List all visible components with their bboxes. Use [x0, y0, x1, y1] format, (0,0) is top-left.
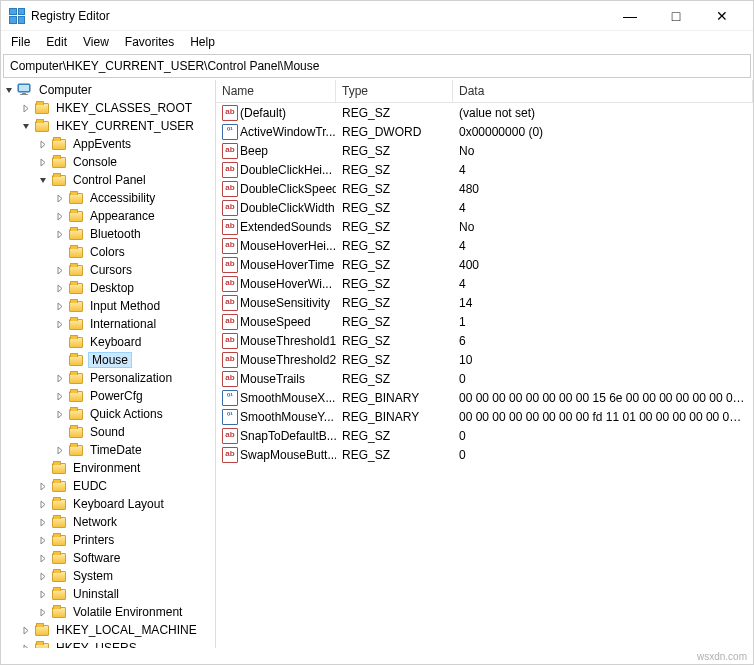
expand-icon[interactable] — [37, 588, 50, 601]
value-row[interactable]: SnapToDefaultB...REG_SZ0 — [216, 426, 753, 445]
tree-item-colors[interactable]: Colors — [1, 243, 215, 261]
value-row[interactable]: BeepREG_SZNo — [216, 141, 753, 160]
minimize-button[interactable]: — — [607, 1, 653, 31]
col-name[interactable]: Name — [216, 80, 336, 102]
expand-icon[interactable] — [37, 138, 50, 151]
value-row[interactable]: DoubleClickWidthREG_SZ4 — [216, 198, 753, 217]
value-row[interactable]: MouseThreshold1REG_SZ6 — [216, 331, 753, 350]
tree-item-keyboard[interactable]: Keyboard — [1, 333, 215, 351]
tree-item-keyboard-layout[interactable]: Keyboard Layout — [1, 495, 215, 513]
expand-icon[interactable] — [37, 534, 50, 547]
value-row[interactable]: (Default)REG_SZ(value not set) — [216, 103, 753, 122]
value-row[interactable]: SmoothMouseY...REG_BINARY00 00 00 00 00 … — [216, 407, 753, 426]
tree-item-cursors[interactable]: Cursors — [1, 261, 215, 279]
menu-file[interactable]: File — [3, 33, 38, 51]
tree-item-personalization[interactable]: Personalization — [1, 369, 215, 387]
tree-item-environment[interactable]: Environment — [1, 459, 215, 477]
value-row[interactable]: ExtendedSoundsREG_SZNo — [216, 217, 753, 236]
tree-item-accessibility[interactable]: Accessibility — [1, 189, 215, 207]
expand-icon[interactable] — [37, 174, 50, 187]
tree-item-desktop[interactable]: Desktop — [1, 279, 215, 297]
expand-icon[interactable] — [20, 120, 33, 133]
tree-item-timedate[interactable]: TimeDate — [1, 441, 215, 459]
expand-icon[interactable] — [54, 444, 67, 457]
expand-icon[interactable] — [54, 408, 67, 421]
value-type: REG_SZ — [336, 448, 453, 462]
value-row[interactable]: SmoothMouseX...REG_BINARY00 00 00 00 00 … — [216, 388, 753, 407]
value-data: 0 — [453, 429, 753, 443]
value-data: 10 — [453, 353, 753, 367]
value-row[interactable]: MouseThreshold2REG_SZ10 — [216, 350, 753, 369]
value-row[interactable]: MouseTrailsREG_SZ0 — [216, 369, 753, 388]
tree-item-eudc[interactable]: EUDC — [1, 477, 215, 495]
value-row[interactable]: MouseHoverWi...REG_SZ4 — [216, 274, 753, 293]
expand-icon[interactable] — [20, 624, 33, 637]
expand-icon[interactable] — [54, 300, 67, 313]
tree-item-software[interactable]: Software — [1, 549, 215, 567]
value-row[interactable]: DoubleClickSpeedREG_SZ480 — [216, 179, 753, 198]
tree-item-input-method[interactable]: Input Method — [1, 297, 215, 315]
tree-item-network[interactable]: Network — [1, 513, 215, 531]
expand-icon[interactable] — [37, 552, 50, 565]
value-row[interactable]: MouseHoverTimeREG_SZ400 — [216, 255, 753, 274]
tree-item-hkey-local-machine[interactable]: HKEY_LOCAL_MACHINE — [1, 621, 215, 639]
col-data[interactable]: Data — [453, 80, 753, 102]
expand-icon[interactable] — [37, 606, 50, 619]
expand-icon[interactable] — [37, 480, 50, 493]
string-value-icon — [222, 352, 238, 368]
menu-help[interactable]: Help — [182, 33, 223, 51]
tree-item-computer[interactable]: Computer — [1, 81, 215, 99]
tree-item-system[interactable]: System — [1, 567, 215, 585]
expand-icon[interactable] — [37, 516, 50, 529]
value-row[interactable]: MouseHoverHei...REG_SZ4 — [216, 236, 753, 255]
tree-item-control-panel[interactable]: Control Panel — [1, 171, 215, 189]
expand-icon[interactable] — [54, 210, 67, 223]
expand-icon[interactable] — [54, 372, 67, 385]
expand-icon[interactable] — [3, 84, 16, 97]
value-data: 4 — [453, 277, 753, 291]
menu-edit[interactable]: Edit — [38, 33, 75, 51]
maximize-button[interactable]: □ — [653, 1, 699, 31]
tree-panel[interactable]: ComputerHKEY_CLASSES_ROOTHKEY_CURRENT_US… — [1, 80, 216, 648]
tree-item-appevents[interactable]: AppEvents — [1, 135, 215, 153]
list-panel[interactable]: Name Type Data (Default)REG_SZ(value not… — [216, 80, 753, 648]
value-row[interactable]: MouseSpeedREG_SZ1 — [216, 312, 753, 331]
tree-item-uninstall[interactable]: Uninstall — [1, 585, 215, 603]
menu-view[interactable]: View — [75, 33, 117, 51]
expand-icon[interactable] — [54, 282, 67, 295]
tree-item-hkey-classes-root[interactable]: HKEY_CLASSES_ROOT — [1, 99, 215, 117]
tree-item-printers[interactable]: Printers — [1, 531, 215, 549]
expand-icon[interactable] — [54, 192, 67, 205]
expand-icon[interactable] — [54, 264, 67, 277]
svg-rect-2 — [22, 93, 26, 94]
tree-item-appearance[interactable]: Appearance — [1, 207, 215, 225]
tree-item-bluetooth[interactable]: Bluetooth — [1, 225, 215, 243]
tree-item-hkey-current-user[interactable]: HKEY_CURRENT_USER — [1, 117, 215, 135]
expand-icon[interactable] — [37, 156, 50, 169]
value-row[interactable]: DoubleClickHei...REG_SZ4 — [216, 160, 753, 179]
tree-item-hkey-users[interactable]: HKEY_USERS — [1, 639, 215, 648]
tree-item-quick-actions[interactable]: Quick Actions — [1, 405, 215, 423]
tree-item-mouse[interactable]: Mouse — [1, 351, 215, 369]
expand-icon[interactable] — [20, 102, 33, 115]
tree-item-volatile-environment[interactable]: Volatile Environment — [1, 603, 215, 621]
address-bar[interactable]: Computer\HKEY_CURRENT_USER\Control Panel… — [3, 54, 751, 78]
expand-icon[interactable] — [37, 498, 50, 511]
expand-icon[interactable] — [54, 228, 67, 241]
expand-icon[interactable] — [37, 570, 50, 583]
titlebar[interactable]: Registry Editor — □ ✕ — [1, 1, 753, 31]
value-row[interactable]: ActiveWindowTr...REG_DWORD0x00000000 (0) — [216, 122, 753, 141]
close-button[interactable]: ✕ — [699, 1, 745, 31]
col-type[interactable]: Type — [336, 80, 453, 102]
tree-item-powercfg[interactable]: PowerCfg — [1, 387, 215, 405]
value-row[interactable]: SwapMouseButt...REG_SZ0 — [216, 445, 753, 464]
value-row[interactable]: MouseSensitivityREG_SZ14 — [216, 293, 753, 312]
expand-icon[interactable] — [54, 318, 67, 331]
list-header[interactable]: Name Type Data — [216, 80, 753, 103]
tree-item-sound[interactable]: Sound — [1, 423, 215, 441]
expand-icon[interactable] — [20, 642, 33, 649]
tree-item-international[interactable]: International — [1, 315, 215, 333]
tree-item-console[interactable]: Console — [1, 153, 215, 171]
menu-favorites[interactable]: Favorites — [117, 33, 182, 51]
expand-icon[interactable] — [54, 390, 67, 403]
